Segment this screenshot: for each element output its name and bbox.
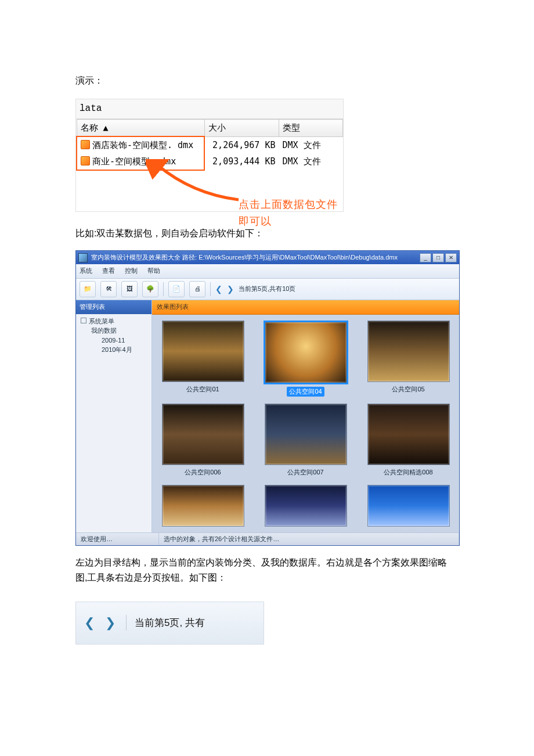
main-title: 效果图列表 xyxy=(152,300,459,315)
thumbnail[interactable]: 公共空间精选008 xyxy=(362,404,454,478)
window-title: 室内装饰设计模型及效果图大全 路径: E:\WorkSources\学习与运用\… xyxy=(91,253,418,263)
thumbnail-label: 公共空间006 xyxy=(185,467,221,478)
thumbnail[interactable]: 公共空间05 xyxy=(362,321,454,397)
toolbar: 📁 🛠 🖼 🌳 📄 🖨 ❮ ❯ 当前第5页,共有10页 xyxy=(76,279,459,300)
maximize-button[interactable]: □ xyxy=(432,253,444,262)
file-table: 名称 ▲ 大小 类型 酒店装饰-空间模型. dmx 2,264,967 KB D… xyxy=(76,119,343,171)
col-type[interactable]: 类型 xyxy=(279,120,342,137)
tree-node[interactable]: 我的数据 xyxy=(78,326,149,336)
thumbnail[interactable] xyxy=(157,485,249,527)
titlebar: 室内装饰设计模型及效果图大全 路径: E:\WorkSources\学习与运用\… xyxy=(76,251,459,265)
sidebar-title: 管理列表 xyxy=(76,300,151,314)
explorer-path: lata xyxy=(76,99,343,120)
annotation-hint: 点击上面数据包文件即可以 xyxy=(239,196,343,230)
status-left: 欢迎使用… xyxy=(76,533,159,546)
table-row[interactable]: 酒店装饰-空间模型. dmx 2,264,967 KB DMX 文件 xyxy=(77,136,343,153)
tree-node[interactable]: 2009-11 xyxy=(78,336,149,345)
pager-snippet: ❮ ❯ 当前第5页, 共有 xyxy=(75,602,264,645)
thumbnail-grid: 公共空间01公共空间04公共空间05公共空间006公共空间007公共空间精选00… xyxy=(152,315,459,532)
status-right: 选中的对象，共有26个设计相关源文件… xyxy=(159,533,459,546)
sidebar: 管理列表 系统菜单 我的数据 2009-11 2010年4月 xyxy=(76,300,152,532)
thumbnail[interactable]: 公共空间007 xyxy=(259,404,352,478)
thumbnail-image xyxy=(162,321,244,382)
dmx-file-icon xyxy=(81,140,90,149)
prev-page-button[interactable]: ❮ xyxy=(215,283,222,296)
picture-icon[interactable]: 🖼 xyxy=(121,281,138,297)
next-page-button[interactable]: ❯ xyxy=(227,283,234,296)
thumbnail-image xyxy=(367,485,450,527)
main-panel: 效果图列表 公共空间01公共空间04公共空间05公共空间006公共空间007公共… xyxy=(152,300,459,532)
pager-snippet-label: 当前第5页, 共有 xyxy=(126,615,255,631)
heading-demo: 演示： xyxy=(75,73,459,88)
doc-icon[interactable]: 📄 xyxy=(168,281,185,297)
thumbnail-label: 公共空间04 xyxy=(287,387,324,397)
tree-icon[interactable]: 🌳 xyxy=(142,281,158,297)
pager-label: 当前第5页,共有10页 xyxy=(239,284,295,294)
tree: 系统菜单 我的数据 2009-11 2010年4月 xyxy=(76,314,151,357)
toolbar-separator xyxy=(210,282,211,296)
menu-help[interactable]: 帮助 xyxy=(147,267,160,274)
thumbnail-image xyxy=(162,404,244,465)
statusbar: 欢迎使用… 选中的对象，共有26个设计相关源文件… xyxy=(76,532,459,546)
app-icon xyxy=(78,253,88,262)
menubar: 系统 查看 控制 帮助 xyxy=(76,264,459,279)
tree-node[interactable]: 2010年4月 xyxy=(78,345,149,355)
thumbnail[interactable] xyxy=(362,485,454,527)
app-window: 室内装饰设计模型及效果图大全 路径: E:\WorkSources\学习与运用\… xyxy=(75,250,460,546)
expand-icon[interactable] xyxy=(81,318,86,323)
thumbnail-image xyxy=(265,485,347,527)
thumbnail-image xyxy=(265,404,347,465)
print-icon[interactable]: 🖨 xyxy=(189,281,205,297)
folder-icon[interactable]: 📁 xyxy=(80,281,96,297)
thumbnail-label: 公共空间01 xyxy=(186,384,219,395)
thumbnail-label: 公共空间007 xyxy=(287,467,323,478)
minimize-button[interactable]: _ xyxy=(420,253,431,262)
thumbnail-image xyxy=(162,485,244,527)
thumbnail[interactable] xyxy=(259,485,352,527)
menu-control[interactable]: 控制 xyxy=(125,267,138,274)
tree-node[interactable]: 系统菜单 xyxy=(78,316,149,326)
dmx-file-icon xyxy=(81,156,90,165)
thumbnail-label: 公共空间精选008 xyxy=(384,467,432,478)
para-bottom: 左边为目录结构，显示当前的室内装饰分类、及我的数据库。右边就是各个方案效果图缩略… xyxy=(75,555,459,585)
close-button[interactable]: ✕ xyxy=(445,253,457,262)
thumbnail[interactable]: 公共空间006 xyxy=(157,404,249,478)
menu-system[interactable]: 系统 xyxy=(80,267,92,274)
thumbnail-image xyxy=(264,321,348,384)
file-explorer: lata 名称 ▲ 大小 类型 酒店装饰-空间模型. dmx 2,264,967… xyxy=(75,99,344,213)
thumbnail-label: 公共空间05 xyxy=(392,384,424,395)
tools-icon[interactable]: 🛠 xyxy=(100,281,117,297)
table-row[interactable]: 商业-空间模型. dmx 2,093,444 KB DMX 文件 xyxy=(77,153,343,170)
prev-page-icon[interactable]: ❮ xyxy=(84,613,95,633)
next-page-icon[interactable]: ❯ xyxy=(105,613,116,633)
thumbnail-image xyxy=(367,321,450,382)
toolbar-separator xyxy=(163,282,164,296)
col-name[interactable]: 名称 ▲ xyxy=(77,120,204,137)
menu-view[interactable]: 查看 xyxy=(102,267,115,274)
thumbnail-image xyxy=(367,404,450,465)
thumbnail[interactable]: 公共空间04 xyxy=(259,321,352,397)
col-size[interactable]: 大小 xyxy=(204,120,279,137)
thumbnail[interactable]: 公共空间01 xyxy=(157,321,249,397)
